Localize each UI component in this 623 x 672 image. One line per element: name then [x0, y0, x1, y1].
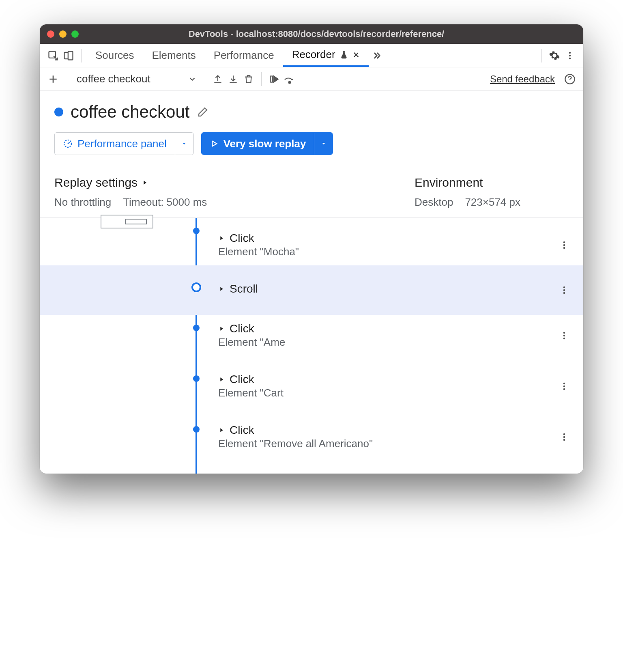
tab-elements[interactable]: Elements [143, 44, 204, 67]
export-icon[interactable] [210, 71, 226, 87]
replay-speed-dropdown[interactable] [314, 133, 333, 155]
svg-point-14 [563, 289, 565, 291]
minimize-window-icon[interactable] [59, 30, 67, 38]
svg-point-3 [569, 52, 571, 53]
timeline-marker-icon [193, 325, 200, 331]
titlebar: DevTools - localhost:8080/docs/devtools/… [40, 24, 583, 44]
timeline-marker-icon [191, 282, 201, 292]
divider [541, 49, 542, 62]
environment-dimensions: 723×574 px [465, 196, 520, 209]
step-subtitle: Element "Ame [218, 336, 285, 349]
step-row[interactable]: Click Element "Remove all Americano" [40, 407, 583, 457]
step-subtitle: Element "Remove all Americano" [218, 437, 373, 450]
svg-point-20 [563, 385, 565, 387]
device-toolbar-icon[interactable] [61, 48, 76, 63]
chevron-right-icon [142, 179, 148, 186]
step-over-icon[interactable] [282, 71, 297, 87]
expand-icon[interactable] [218, 286, 225, 292]
settings-gear-icon[interactable] [547, 48, 562, 63]
continue-icon[interactable] [266, 71, 282, 87]
step-row[interactable]: Click Element "Ame [40, 315, 583, 356]
replay-button[interactable]: Very slow replay [201, 132, 333, 155]
svg-point-24 [563, 439, 565, 440]
expand-icon[interactable] [218, 427, 225, 433]
throttling-value: No throttling [54, 196, 111, 209]
flask-icon [339, 50, 348, 59]
step-title: Click [230, 232, 254, 245]
svg-point-16 [563, 332, 565, 333]
svg-point-7 [288, 81, 290, 83]
svg-rect-2 [68, 51, 73, 60]
help-icon[interactable] [562, 71, 578, 87]
step-title: Click [230, 424, 254, 437]
divider [66, 72, 66, 86]
tab-performance[interactable]: Performance [205, 44, 283, 67]
svg-point-23 [563, 436, 565, 437]
step-thumbnail [101, 215, 153, 228]
play-icon [210, 139, 219, 148]
svg-point-10 [563, 241, 565, 243]
expand-icon[interactable] [218, 235, 225, 241]
chevron-down-icon[interactable] [185, 71, 200, 87]
expand-icon[interactable] [218, 376, 225, 383]
step-menu-icon[interactable] [556, 379, 572, 394]
step-title: Scroll [230, 282, 258, 295]
step-menu-icon[interactable] [556, 429, 572, 445]
more-tabs-icon[interactable] [369, 48, 384, 63]
svg-point-13 [563, 286, 565, 288]
step-menu-icon[interactable] [556, 328, 572, 343]
edit-title-icon[interactable] [197, 106, 209, 118]
new-recording-icon[interactable] [45, 71, 61, 87]
divider [459, 197, 459, 208]
step-row[interactable]: Click Element "Mocha" [40, 218, 583, 265]
delete-icon[interactable] [241, 71, 256, 87]
timeout-value: Timeout: 5000 ms [123, 196, 207, 209]
step-subtitle: Element "Cart [218, 387, 284, 399]
expand-icon[interactable] [218, 325, 225, 332]
gauge-icon [63, 139, 73, 149]
maximize-window-icon[interactable] [71, 30, 79, 38]
step-title: Click [230, 373, 254, 386]
performance-panel-button[interactable]: Performance panel [54, 132, 194, 155]
send-feedback-link[interactable]: Send feedback [490, 73, 555, 85]
svg-point-11 [563, 244, 565, 246]
recording-title: coffee checkout [71, 102, 189, 122]
svg-point-21 [563, 388, 565, 390]
window-title: DevTools - localhost:8080/docs/devtools/… [89, 29, 576, 39]
tab-sources[interactable]: Sources [86, 44, 143, 67]
import-icon[interactable] [226, 71, 241, 87]
step-row[interactable]: Scroll [40, 265, 583, 315]
panel-tabs: Sources Elements Performance Recorder [40, 44, 583, 67]
svg-point-19 [563, 382, 565, 384]
recording-selector-label[interactable]: coffee checkout [71, 73, 156, 85]
performance-panel-label: Performance panel [77, 138, 167, 150]
replay-settings-toggle[interactable]: Replay settings [54, 176, 415, 190]
svg-point-5 [569, 57, 571, 59]
steps-list: Click Element "Mocha" Scroll [40, 218, 583, 474]
svg-point-18 [563, 337, 565, 339]
close-window-icon[interactable] [47, 30, 54, 38]
performance-panel-dropdown[interactable] [175, 133, 193, 155]
devtools-window: DevTools - localhost:8080/docs/devtools/… [40, 24, 583, 474]
step-menu-icon[interactable] [556, 237, 572, 253]
kebab-menu-icon[interactable] [562, 48, 578, 63]
svg-point-22 [563, 433, 565, 435]
step-row[interactable]: Click Element "Cart [40, 356, 583, 407]
timeline-marker-icon [193, 375, 200, 382]
traffic-lights [47, 30, 79, 38]
step-subtitle: Element "Mocha" [218, 246, 299, 258]
divider [81, 49, 82, 62]
svg-rect-6 [271, 76, 272, 82]
step-title: Click [230, 322, 254, 335]
environment-device: Desktop [415, 196, 453, 209]
svg-point-4 [569, 54, 571, 56]
replay-settings-row: Replay settings No throttling Timeout: 5… [40, 165, 583, 218]
divider [205, 72, 205, 86]
tab-recorder[interactable]: Recorder [283, 44, 369, 67]
divider [117, 197, 117, 208]
tab-recorder-label: Recorder [292, 48, 335, 61]
replay-button-label: Very slow replay [223, 138, 306, 150]
step-menu-icon[interactable] [556, 282, 572, 298]
inspect-element-icon[interactable] [45, 48, 61, 63]
close-tab-icon[interactable] [352, 51, 360, 58]
